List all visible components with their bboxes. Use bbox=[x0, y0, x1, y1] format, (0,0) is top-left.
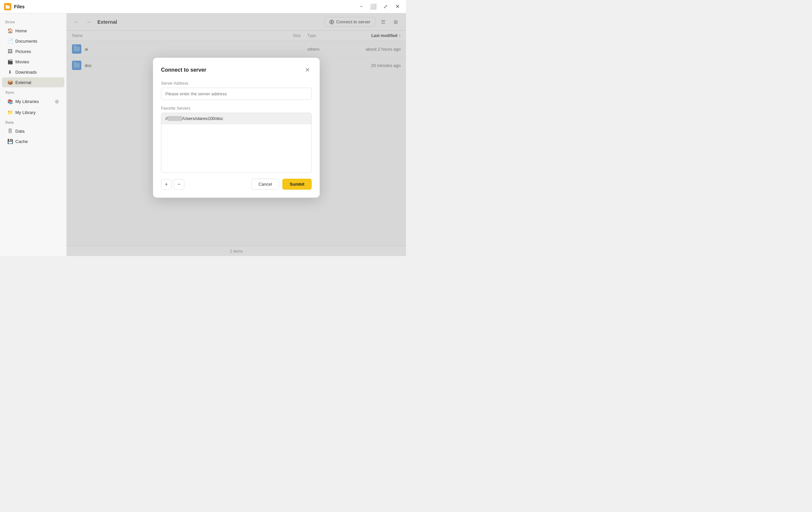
maximize-button[interactable]: ⬜ bbox=[369, 2, 378, 11]
favorite-server-path: /Users/olares100/doc bbox=[182, 116, 223, 121]
favorite-servers-box: // /Users/olares100/doc bbox=[161, 113, 312, 173]
sidebar-item-label: External bbox=[15, 80, 59, 85]
sidebar-item-my-library[interactable]: 📁 My Library bbox=[2, 107, 64, 117]
sidebar-item-label: Documents bbox=[15, 39, 59, 44]
sidebar-item-cache[interactable]: 💾 Cache bbox=[2, 136, 64, 146]
sidebar-item-label: Movies bbox=[15, 59, 59, 64]
connect-to-server-modal: Connect to server ✕ Server Address Favor… bbox=[153, 58, 320, 198]
libraries-icon: 📚 bbox=[7, 99, 13, 104]
modal-close-button[interactable]: ✕ bbox=[303, 66, 312, 74]
app-title: Files bbox=[14, 4, 25, 9]
sidebar-item-downloads[interactable]: ⬇ Downloads bbox=[2, 67, 64, 77]
window-controls: − ⬜ ⤢ ✕ bbox=[357, 2, 402, 11]
sidebar-item-label: My Libraries bbox=[15, 99, 52, 104]
favorite-server-item[interactable]: // /Users/olares100/doc bbox=[161, 113, 311, 124]
sidebar-item-label: Pictures bbox=[15, 49, 59, 54]
expand-button[interactable]: ⤢ bbox=[381, 2, 390, 11]
sidebar-item-data[interactable]: 🗄 Data bbox=[2, 126, 64, 136]
favorite-empty-area bbox=[161, 124, 311, 172]
content-area: ← → External Connect to server ☰ ⊞ Name … bbox=[67, 13, 406, 256]
svg-rect-1 bbox=[6, 5, 7, 6]
sidebar-item-label: Downloads bbox=[15, 70, 59, 75]
favorite-server-prefix: // bbox=[165, 116, 168, 121]
footer-right-actions: Cancel Sumbit bbox=[251, 179, 312, 190]
sidebar-item-movies[interactable]: 🎬 Movies bbox=[2, 57, 64, 67]
modal-title: Connect to server bbox=[161, 67, 206, 73]
pictures-icon: 🖼 bbox=[7, 49, 13, 54]
server-address-input[interactable] bbox=[161, 88, 312, 100]
favorite-servers-label: Favorite Servers bbox=[161, 106, 312, 111]
sidebar-item-my-libraries[interactable]: 📚 My Libraries ⊕ bbox=[2, 96, 64, 107]
sidebar-item-label: Home bbox=[15, 28, 59, 33]
sidebar-item-label: Data bbox=[15, 129, 59, 134]
footer-left-actions: + − bbox=[161, 179, 184, 190]
movies-icon: 🎬 bbox=[7, 59, 13, 64]
library-icon: 📁 bbox=[7, 110, 13, 115]
sidebar-item-documents[interactable]: 📄 Documents bbox=[2, 36, 64, 46]
submit-button[interactable]: Sumbit bbox=[282, 179, 312, 190]
downloads-icon: ⬇ bbox=[7, 69, 13, 75]
documents-icon: 📄 bbox=[7, 38, 13, 44]
app-icon bbox=[4, 3, 11, 10]
cancel-button[interactable]: Cancel bbox=[251, 179, 279, 190]
sidebar-section-data: Data bbox=[0, 118, 66, 126]
sidebar-item-external[interactable]: 📦 External bbox=[2, 77, 64, 87]
remove-favorite-button[interactable]: − bbox=[174, 179, 184, 190]
modal-footer: + − Cancel Sumbit bbox=[161, 179, 312, 190]
sidebar-item-label: My Library bbox=[15, 110, 59, 115]
sidebar: Drive 🏠 Home 📄 Documents 🖼 Pictures 🎬 Mo… bbox=[0, 13, 67, 256]
blurred-hostname bbox=[168, 116, 182, 121]
cache-icon: 💾 bbox=[7, 139, 13, 144]
sidebar-item-pictures[interactable]: 🖼 Pictures bbox=[2, 46, 64, 56]
sidebar-section-sync: Sync bbox=[0, 88, 66, 96]
home-icon: 🏠 bbox=[7, 28, 13, 33]
add-favorite-button[interactable]: + bbox=[161, 179, 172, 190]
server-address-label: Server Address bbox=[161, 81, 312, 86]
title-bar: Files − ⬜ ⤢ ✕ bbox=[0, 0, 406, 13]
close-button[interactable]: ✕ bbox=[393, 2, 402, 11]
modal-header: Connect to server ✕ bbox=[161, 66, 312, 74]
sidebar-item-label: Cache bbox=[15, 139, 59, 144]
external-icon: 📦 bbox=[7, 80, 13, 85]
add-library-button[interactable]: ⊕ bbox=[55, 98, 59, 105]
app-body: Drive 🏠 Home 📄 Documents 🖼 Pictures 🎬 Mo… bbox=[0, 13, 406, 256]
sidebar-item-home[interactable]: 🏠 Home bbox=[2, 26, 64, 36]
svg-rect-0 bbox=[6, 6, 10, 9]
sidebar-section-drive: Drive bbox=[0, 17, 66, 25]
minimize-button[interactable]: − bbox=[357, 2, 366, 11]
data-icon: 🗄 bbox=[7, 128, 13, 134]
